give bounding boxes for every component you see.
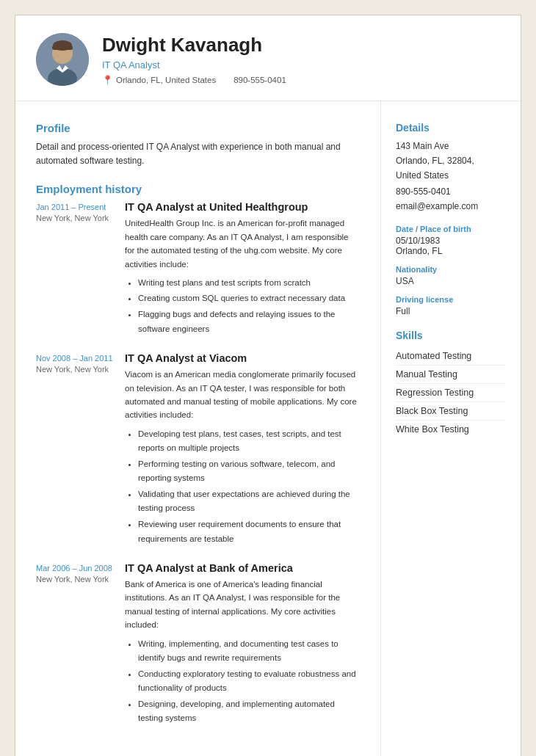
emp-job-title-2: IT QA Analyst at Viacom	[125, 352, 360, 364]
candidate-title: IT QA Analyst	[102, 59, 500, 70]
dob-place-value: Orlando, FL	[396, 246, 506, 256]
emp-location-3: New York, New York	[36, 575, 113, 584]
emp-content-2: IT QA Analyst at Viacom Viacom is an Ame…	[125, 352, 360, 548]
emp-dates-1: Jan 2011 – Present New York, New York	[36, 201, 113, 338]
emp-bullets-1: Writing test plans and test scripts from…	[125, 276, 360, 336]
emp-bullets-3: Writing, implementing, and documenting t…	[125, 637, 360, 726]
avatar	[36, 33, 89, 86]
nationality-label: Nationality	[396, 265, 506, 274]
skill-item-3: Regression Testing	[396, 384, 506, 402]
emp-desc-3: Bank of America is one of America's lead…	[125, 578, 360, 632]
employment-item-2: Nov 2008 – Jan 2011 New York, New York I…	[36, 352, 360, 548]
details-block: 143 Main Ave Orlando, FL, 32804, United …	[396, 139, 506, 213]
skill-item-2: Manual Testing	[396, 366, 506, 384]
svg-rect-4	[52, 46, 73, 50]
emp-job-title-1: IT QA Analyst at United Healthgroup	[125, 201, 360, 213]
list-item: Creating custom SQL queries to extract n…	[138, 291, 360, 306]
emp-content-3: IT QA Analyst at Bank of America Bank of…	[125, 562, 360, 727]
resume-body: Profile Detail and process-oriented IT Q…	[15, 101, 521, 756]
details-phone: 890-555-0401	[396, 185, 506, 198]
list-item: Designing, developing, and implementing …	[138, 697, 360, 726]
candidate-name: Dwight Kavanagh	[102, 34, 500, 57]
skills-section-title: Skills	[396, 330, 506, 341]
location-field: 📍 Orlando, FL, United States	[102, 75, 216, 85]
header-meta: 📍 Orlando, FL, United States 890-555-040…	[102, 75, 500, 85]
dob-label: Date / Place of birth	[396, 225, 506, 233]
emp-desc-1: UnitedHealth Group Inc. is an American f…	[125, 217, 360, 271]
list-item: Performing testing on various software, …	[138, 457, 360, 486]
phone-text: 890-555-0401	[233, 76, 286, 84]
list-item: Flagging bugs and defects and relaying i…	[138, 308, 360, 336]
skill-item-4: Black Box Testing	[396, 402, 506, 421]
employment-item-1: Jan 2011 – Present New York, New York IT…	[36, 201, 360, 338]
skills-section: Skills Automated Testing Manual Testing …	[396, 330, 506, 438]
profile-section-title: Profile	[36, 122, 360, 134]
employment-item-3: Mar 2006 – Jun 2008 New York, New York I…	[36, 562, 360, 727]
emp-location-2: New York, New York	[36, 365, 113, 374]
list-item: Writing test plans and test scripts from…	[138, 276, 360, 291]
address-line3: United States	[396, 169, 506, 182]
emp-content-1: IT QA Analyst at United Healthgroup Unit…	[125, 201, 360, 338]
emp-desc-2: Viacom is an American media conglomerate…	[125, 368, 360, 422]
address-line2: Orlando, FL, 32804,	[396, 154, 506, 167]
list-item: Validating that user expectations are ac…	[138, 487, 360, 516]
license-value: Full	[396, 306, 506, 316]
location-text: Orlando, FL, United States	[116, 76, 216, 84]
dob-value: 05/10/1983	[396, 236, 506, 246]
profile-text: Detail and process-oriented IT QA Analys…	[36, 140, 360, 168]
list-item: Developing test plans, test cases, test …	[138, 427, 360, 456]
skill-item-5: White Box Testing	[396, 421, 506, 438]
emp-dates-3: Mar 2006 – Jun 2008 New York, New York	[36, 562, 113, 727]
employment-section-title: Employment history	[36, 183, 360, 195]
list-item: Writing, implementing, and documenting t…	[138, 637, 360, 666]
address-line1: 143 Main Ave	[396, 139, 506, 153]
license-label: Driving license	[396, 295, 506, 304]
details-section-title: Details	[396, 122, 506, 134]
skill-item-1: Automated Testing	[396, 347, 506, 366]
list-item: Reviewing user requirement documents to …	[138, 517, 360, 546]
nationality-value: USA	[396, 276, 506, 286]
header-info: Dwight Kavanagh IT QA Analyst 📍 Orlando,…	[102, 34, 500, 84]
right-column: Details 143 Main Ave Orlando, FL, 32804,…	[381, 101, 521, 756]
details-email: email@example.com	[396, 200, 506, 213]
left-column: Profile Detail and process-oriented IT Q…	[15, 101, 381, 756]
list-item: Conducting exploratory testing to evalua…	[138, 667, 360, 696]
emp-location-1: New York, New York	[36, 214, 113, 222]
resume-document: Dwight Kavanagh IT QA Analyst 📍 Orlando,…	[15, 15, 521, 756]
resume-header: Dwight Kavanagh IT QA Analyst 📍 Orlando,…	[15, 15, 521, 101]
emp-date-range-1: Jan 2011 – Present	[36, 201, 113, 211]
emp-date-range-2: Nov 2008 – Jan 2011	[36, 352, 113, 363]
emp-job-title-3: IT QA Analyst at Bank of America	[125, 562, 360, 574]
emp-bullets-2: Developing test plans, test cases, test …	[125, 427, 360, 546]
emp-date-range-3: Mar 2006 – Jun 2008	[36, 562, 113, 573]
location-icon: 📍	[102, 75, 113, 85]
emp-dates-2: Nov 2008 – Jan 2011 New York, New York	[36, 352, 113, 548]
